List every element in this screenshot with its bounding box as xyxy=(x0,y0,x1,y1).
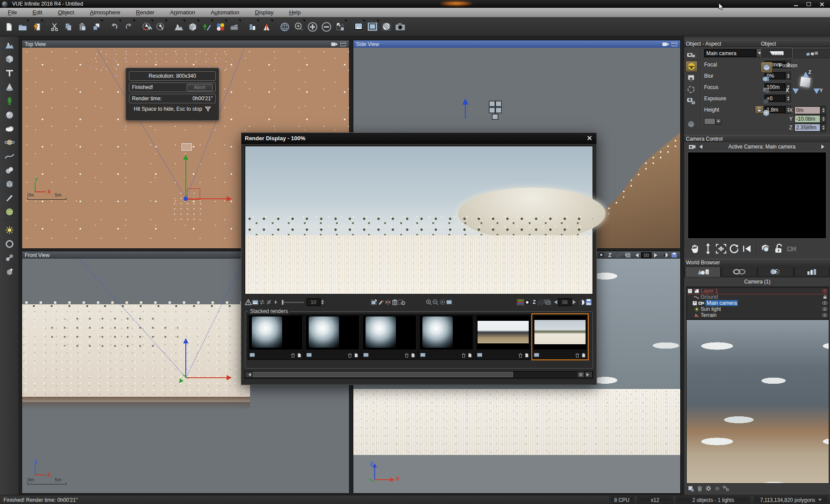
exposure-spinner[interactable] xyxy=(785,94,791,102)
trash-icon[interactable] xyxy=(517,352,524,358)
vegetation-paint-icon[interactable] xyxy=(200,19,214,35)
position-y-value[interactable]: -10.08m xyxy=(794,115,820,123)
alpha-channel-icon[interactable] xyxy=(524,298,531,306)
camera-selection-box[interactable] xyxy=(181,143,192,151)
aspect-frame-icon[interactable] xyxy=(366,19,379,35)
zbuffer-toggle[interactable]: Z xyxy=(606,252,613,258)
scene-objects-indicator[interactable]: 2 objects - 1 lights xyxy=(676,496,751,504)
preview-image-icon[interactable] xyxy=(252,298,259,306)
render-thumbnail-4[interactable] xyxy=(418,314,474,360)
create-metablob-icon[interactable] xyxy=(2,164,17,177)
banner-icon[interactable] xyxy=(685,73,697,83)
note-icon[interactable] xyxy=(524,352,530,358)
redo-icon[interactable] xyxy=(122,19,135,35)
camera-disabled-icon[interactable] xyxy=(785,242,798,255)
tree-row-ground[interactable]: Ground xyxy=(688,294,828,300)
gizmo-origin[interactable] xyxy=(184,197,188,201)
zoom-in-icon[interactable] xyxy=(306,19,319,35)
solo-dot-icon[interactable] xyxy=(598,252,605,258)
dolly-arrow-icon[interactable] xyxy=(702,242,715,255)
tab-objects[interactable] xyxy=(685,267,721,277)
create-planet-icon[interactable] xyxy=(2,136,17,149)
polygon-count-indicator[interactable]: 7,113,134,820 polygons xyxy=(754,496,828,504)
close-window-button[interactable] xyxy=(817,1,827,7)
expand-icon[interactable]: + xyxy=(692,301,697,306)
tab-statistics[interactable] xyxy=(794,267,830,277)
camera-color-swatch[interactable] xyxy=(704,118,721,125)
position-y-spinner[interactable] xyxy=(820,115,826,123)
menu-automation[interactable]: Automation xyxy=(203,9,247,16)
camera-widget-icon[interactable] xyxy=(492,114,498,120)
menu-atmosphere[interactable]: Atmosphere xyxy=(82,9,128,16)
collapse-icon[interactable]: - xyxy=(688,289,692,293)
thumb-display-icon[interactable] xyxy=(306,352,312,358)
gamma-warning-icon[interactable] xyxy=(245,298,252,306)
fit-view-icon[interactable] xyxy=(333,19,347,35)
viewport-options-icon[interactable] xyxy=(671,41,678,47)
menu-object[interactable]: Object xyxy=(50,9,82,16)
create-cube-icon[interactable] xyxy=(2,53,17,66)
close-icon[interactable] xyxy=(586,135,593,142)
zoom-out-icon[interactable] xyxy=(319,19,333,35)
zoom-region-icon[interactable] xyxy=(292,19,306,35)
import-object-icon[interactable] xyxy=(2,265,17,278)
multiplier-indicator[interactable]: x12 xyxy=(637,496,673,504)
world-view-icon[interactable] xyxy=(278,19,292,35)
render-thumbnail-6-selected[interactable] xyxy=(531,313,589,360)
compare-swap-icon[interactable] xyxy=(259,298,266,306)
target-ring-icon[interactable] xyxy=(685,84,697,95)
thumb-display-icon[interactable] xyxy=(419,352,426,358)
trash-icon[interactable] xyxy=(574,352,580,358)
zoom-in-small-icon[interactable] xyxy=(425,298,432,306)
abort-button[interactable]: Abort xyxy=(187,84,213,91)
frame-target-icon[interactable] xyxy=(715,242,728,255)
eye-icon[interactable] xyxy=(822,301,828,305)
scroll-right-icon[interactable] xyxy=(585,372,593,377)
note-icon[interactable] xyxy=(296,352,303,358)
blend-slider-handle[interactable] xyxy=(272,298,279,306)
thumb-display-icon[interactable] xyxy=(362,352,369,358)
render-options-icon[interactable] xyxy=(246,19,260,35)
camera-widget-icon[interactable] xyxy=(489,101,495,107)
gizmo-y-axis[interactable] xyxy=(185,157,186,199)
next-camera-icon[interactable] xyxy=(821,145,827,149)
frame-forward-icon[interactable] xyxy=(653,252,660,258)
create-plant-icon[interactable] xyxy=(2,94,17,107)
open-scene-icon[interactable] xyxy=(16,19,30,35)
menu-display[interactable]: Display xyxy=(247,9,281,16)
zoom-out-small-icon[interactable] xyxy=(432,298,439,306)
gizmo-x-axis[interactable] xyxy=(186,198,227,199)
gizmo-x-axis[interactable] xyxy=(186,377,227,378)
next-frame-icon[interactable] xyxy=(572,298,579,306)
viewport-options-icon[interactable] xyxy=(339,41,346,47)
save-render-icon[interactable] xyxy=(585,298,592,306)
export-image-icon[interactable] xyxy=(371,298,378,306)
display-options-icon[interactable] xyxy=(352,19,366,35)
create-ecosystem-icon[interactable] xyxy=(2,205,17,218)
delete-object-icon[interactable] xyxy=(695,484,704,492)
thumb-display-icon[interactable] xyxy=(533,352,540,358)
create-light-icon[interactable] xyxy=(2,224,17,237)
quick-render-icon[interactable] xyxy=(30,19,43,35)
render-thumbnail-5[interactable] xyxy=(475,314,531,360)
carve-tool-icon[interactable] xyxy=(2,191,17,204)
duplicate-icon[interactable] xyxy=(89,19,103,35)
node-graph-icon[interactable] xyxy=(721,484,730,492)
render-display-titlebar[interactable]: Render Display - 100% xyxy=(241,133,596,144)
translate-tool-icon[interactable] xyxy=(761,62,773,73)
maximize-button[interactable] xyxy=(804,1,814,7)
tab-numerics[interactable] xyxy=(794,49,830,58)
tab-position[interactable] xyxy=(761,48,793,58)
lock-icon[interactable] xyxy=(822,295,828,299)
render-settings-icon[interactable] xyxy=(398,298,405,306)
actual-size-icon[interactable] xyxy=(446,298,453,306)
thumb-display-icon[interactable] xyxy=(476,352,483,358)
delete-render-icon[interactable] xyxy=(391,298,398,306)
render-thumbnail-1[interactable] xyxy=(247,314,304,360)
scale-tool-icon[interactable] xyxy=(761,85,772,96)
note-icon[interactable] xyxy=(410,352,416,358)
swatch-dropdown-icon[interactable] xyxy=(715,118,721,125)
undo-icon[interactable] xyxy=(108,19,122,35)
minimize-button[interactable] xyxy=(790,1,801,7)
camera-widget-icon[interactable] xyxy=(495,101,502,107)
